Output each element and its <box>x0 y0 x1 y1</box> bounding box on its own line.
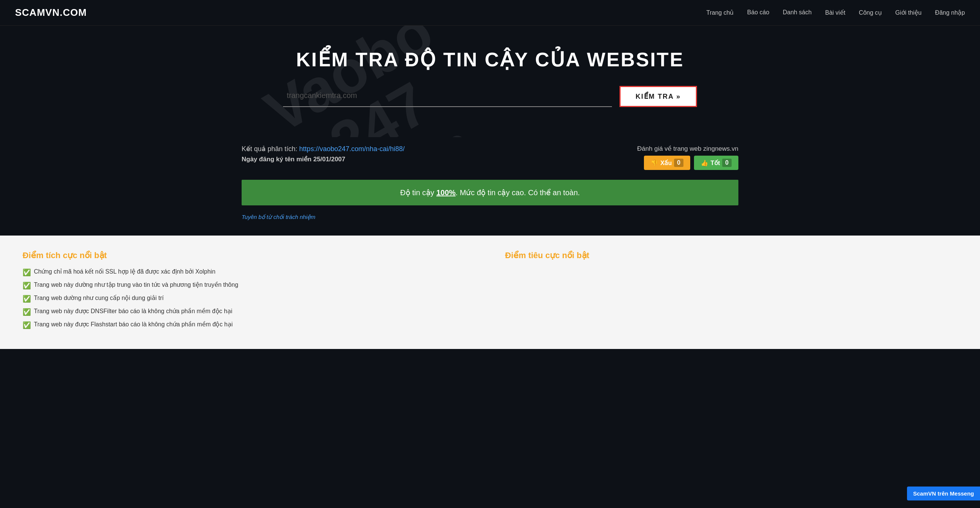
check-icon: ✅ <box>22 281 31 290</box>
positive-list: ✅Chứng chỉ mã hoá kết nối SSL hợp lệ đã … <box>22 268 475 329</box>
positive-title: Điểm tích cực nổi bật <box>22 251 475 260</box>
nav-item-dang-nhap[interactable]: Đăng nhập <box>935 9 965 16</box>
vote-good-button[interactable]: 👍 Tốt 0 <box>694 156 738 170</box>
check-icon: ✅ <box>22 268 31 276</box>
result-link[interactable]: https://vaobo247.com/nha-cai/hi88/ <box>299 145 404 153</box>
trust-percent: 100% <box>436 189 455 197</box>
site-logo: SCAMVN.COM <box>15 7 87 18</box>
vote-bad-label: Xấu <box>660 160 672 166</box>
negative-col: Điểm tiêu cực nổi bật <box>505 251 958 334</box>
vote-bad-button[interactable]: 👎 Xấu 0 <box>644 156 690 170</box>
check-icon: ✅ <box>22 308 31 316</box>
trust-bar: Độ tin cậy 100%. Mức độ tin cậy cao. Có … <box>242 180 738 205</box>
check-icon: ✅ <box>22 295 31 303</box>
messenger-badge[interactable]: ScamVN trên Messeng <box>907 487 980 500</box>
nav-item-bai-viet[interactable]: Bài viết <box>825 9 846 16</box>
search-input[interactable] <box>283 86 612 104</box>
search-bar: KIỂM TRA » <box>283 86 697 107</box>
disclaimer-link[interactable]: Tuyên bố từ chối trách nhiệm <box>242 211 738 228</box>
result-section: Kết quả phân tích: https://vaobo247.com/… <box>227 137 753 236</box>
reg-date: Ngày đăng ký tên miền 25/01/2007 <box>242 155 404 163</box>
vote-good-label: Tốt <box>711 160 720 166</box>
vote-good-count: 0 <box>722 159 732 167</box>
thumbs-up-icon: 👍 <box>701 160 708 166</box>
search-button[interactable]: KIỂM TRA » <box>619 86 697 107</box>
nav-item-gioi-thieu[interactable]: Giới thiệu <box>895 9 922 16</box>
nav-item-cong-cu[interactable]: Công cụ <box>859 9 882 16</box>
watermark: Vaobo247.com <box>256 26 503 137</box>
positive-list-item: ✅Trang web dường như cung cấp nội dung g… <box>22 294 475 303</box>
nav-item-trang-chu[interactable]: Trang chủ <box>706 9 734 16</box>
result-label: Kết quả phân tích: https://vaobo247.com/… <box>242 145 404 153</box>
search-input-wrapper <box>283 86 612 107</box>
result-left: Kết quả phân tích: https://vaobo247.com/… <box>242 145 404 165</box>
vote-bad-count: 0 <box>674 159 683 167</box>
rating-label: Đánh giá về trang web zingnews.vn <box>637 145 738 153</box>
hero-title: KIỂM TRA ĐỘ TIN CẬY CỦA WEBSITE <box>15 48 965 71</box>
thumbs-down-icon: 👎 <box>651 160 658 166</box>
negative-title: Điểm tiêu cực nổi bật <box>505 251 958 260</box>
vote-buttons: 👎 Xấu 0 👍 Tốt 0 <box>637 156 738 170</box>
positive-list-item: ✅Trang web này được Flashstart báo cáo l… <box>22 321 475 329</box>
result-meta: Kết quả phân tích: https://vaobo247.com/… <box>242 137 738 174</box>
positive-list-item: ✅Chứng chỉ mã hoá kết nối SSL hợp lệ đã … <box>22 268 475 276</box>
positive-list-item: ✅Trang web này được DNSFilter báo cáo là… <box>22 308 475 316</box>
nav-item-bao-cao[interactable]: Báo cáo <box>747 9 769 16</box>
trust-text-suffix: . Mức độ tin cậy cao. Có thể an toàn. <box>456 189 580 197</box>
nav-item-danh-sach[interactable]: Danh sách <box>783 9 812 16</box>
hero-section: Vaobo247.com KIỂM TRA ĐỘ TIN CẬY CỦA WEB… <box>0 26 980 137</box>
positive-col: Điểm tích cực nổi bật ✅Chứng chỉ mã hoá … <box>22 251 475 334</box>
check-icon: ✅ <box>22 321 31 329</box>
nav-links: Trang chủ Báo cáo Danh sách Bài viết Côn… <box>706 9 965 16</box>
result-right: Đánh giá về trang web zingnews.vn 👎 Xấu … <box>637 145 738 170</box>
navbar: SCAMVN.COM Trang chủ Báo cáo Danh sách B… <box>0 0 980 26</box>
positive-list-item: ✅Trang web này dường như tập trung vào t… <box>22 281 475 290</box>
analysis-section: Điểm tích cực nổi bật ✅Chứng chỉ mã hoá … <box>0 236 980 349</box>
trust-text-prefix: Độ tin cậy <box>400 189 436 197</box>
